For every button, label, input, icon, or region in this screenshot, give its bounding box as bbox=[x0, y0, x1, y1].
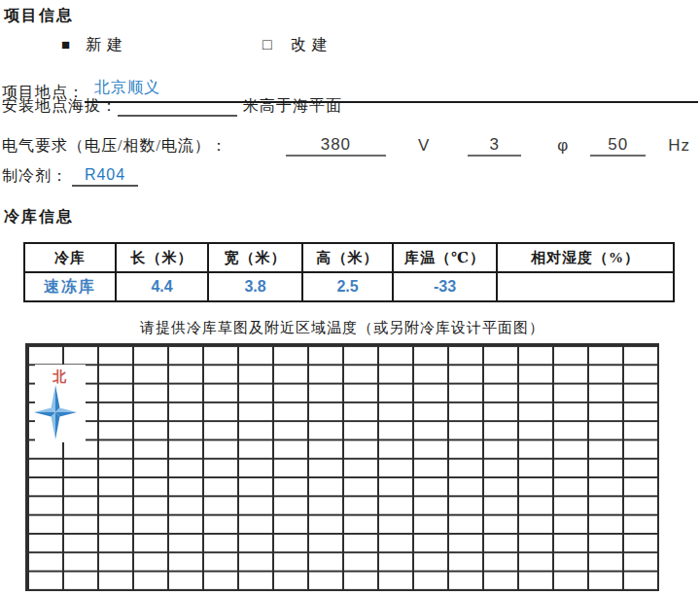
checkbox-rebuild-unchecked-icon[interactable]: □ bbox=[262, 34, 272, 55]
refrigerant-row: 制冷剂： R404 bbox=[2, 164, 138, 187]
altitude-label: 安装地点海拔： bbox=[2, 95, 118, 117]
table-row: 速冻库 4.4 3.8 2.5 -33 bbox=[24, 272, 674, 301]
refrigerant-label: 制冷剂： bbox=[2, 165, 68, 187]
col-header-temp: 库温（℃） bbox=[393, 243, 497, 272]
sketch-grid[interactable]: 北 bbox=[25, 343, 659, 591]
col-header-humidity: 相对湿度（%） bbox=[497, 243, 674, 272]
checkbox-new-label: 新建 bbox=[86, 34, 128, 55]
altitude-row: 安装地点海拔： 米高于海平面 bbox=[2, 93, 342, 117]
electrical-label: 电气要求（电压/相数/电流）： bbox=[2, 135, 228, 157]
phases-field[interactable]: 3 bbox=[468, 135, 521, 157]
col-header-width: 宽（米） bbox=[208, 243, 302, 272]
refrigerant-field[interactable]: R404 bbox=[72, 165, 138, 187]
cold-storage-table: 冷库 长（米） 宽（米） 高（米） 库温（℃） 相对湿度（%） 速冻库 4.4 … bbox=[23, 242, 675, 302]
cell-height[interactable]: 2.5 bbox=[302, 272, 393, 301]
phase-unit: φ bbox=[557, 135, 569, 157]
voltage-field[interactable]: 380 bbox=[286, 135, 386, 157]
checkbox-new-checked-icon[interactable]: ■ bbox=[61, 34, 70, 55]
project-form-page: 项目信息 ■ 新建 □ 改建 项目地点： 北京顺义 安装地点海拔： 米高于海平面… bbox=[0, 0, 700, 596]
cell-length[interactable]: 4.4 bbox=[116, 272, 208, 301]
col-header-length: 长（米） bbox=[116, 243, 208, 272]
compass-star-icon bbox=[33, 384, 78, 440]
build-type-row: ■ 新建 □ 改建 bbox=[61, 34, 333, 55]
col-header-room: 冷库 bbox=[24, 243, 116, 272]
table-header-row: 冷库 长（米） 宽（米） 高（米） 库温（℃） 相对湿度（%） bbox=[24, 243, 674, 272]
cell-width[interactable]: 3.8 bbox=[208, 272, 302, 301]
altitude-field[interactable] bbox=[118, 115, 237, 117]
frequency-field[interactable]: 50 bbox=[590, 135, 646, 157]
cell-temp[interactable]: -33 bbox=[393, 272, 497, 301]
section-title-project-info: 项目信息 bbox=[4, 5, 74, 26]
cell-humidity[interactable] bbox=[497, 272, 674, 301]
checkbox-rebuild-label: 改建 bbox=[291, 34, 333, 55]
voltage-unit: V bbox=[418, 135, 430, 157]
altitude-suffix: 米高于海平面 bbox=[243, 95, 342, 117]
sketch-caption: 请提供冷库草图及附近区域温度（或另附冷库设计平面图） bbox=[25, 318, 659, 337]
refrigerant-value: R404 bbox=[85, 166, 125, 183]
frequency-unit: Hz bbox=[668, 135, 690, 157]
cell-room-name[interactable]: 速冻库 bbox=[24, 272, 116, 301]
col-header-height: 高（米） bbox=[302, 243, 393, 272]
section-title-cold-storage-info: 冷库信息 bbox=[4, 206, 74, 228]
electrical-row: 电气要求（电压/相数/电流）： 380 V 3 φ 50 Hz bbox=[2, 131, 690, 157]
